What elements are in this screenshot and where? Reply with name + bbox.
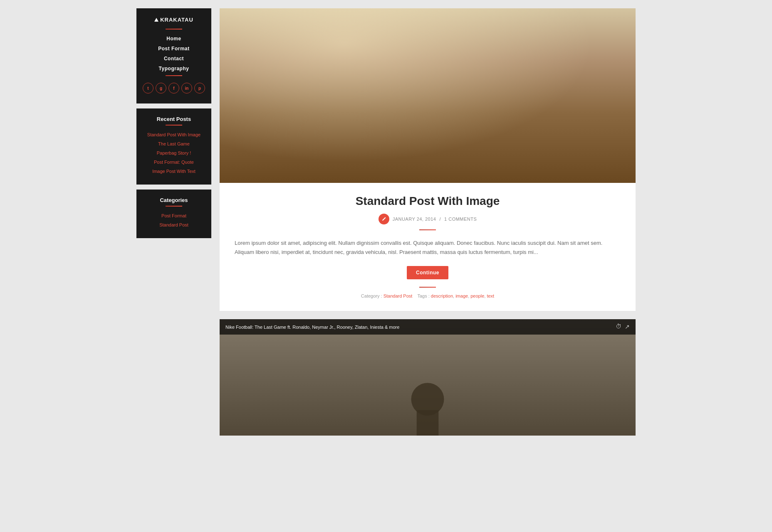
site-logo: KRAKATAU	[136, 17, 211, 23]
nav-menu: Home Post Format Contact Typography	[136, 34, 211, 72]
svg-rect-10	[329, 90, 334, 183]
nav-link-home[interactable]: Home	[166, 36, 181, 42]
svg-rect-0	[220, 8, 636, 183]
pencil-icon	[381, 217, 386, 222]
post-title-1: Standard Post With Image	[235, 195, 621, 208]
continue-button[interactable]: Continue	[407, 266, 448, 279]
category-link-2[interactable]: Standard Post	[159, 222, 188, 227]
nav-item-typography[interactable]: Typography	[136, 64, 211, 72]
video-embed[interactable]: Nike Football: The Last Game ft. Ronaldo…	[220, 319, 636, 436]
svg-line-25	[428, 112, 488, 134]
svg-rect-8	[263, 8, 275, 118]
recent-post-link-2[interactable]: The Last Game	[158, 141, 190, 146]
category-link-1[interactable]: Post Format	[161, 213, 186, 218]
list-item[interactable]: Post Format	[142, 212, 205, 219]
list-item[interactable]: The Last Game	[142, 140, 205, 147]
recent-post-link-1[interactable]: Standard Post With Image	[147, 132, 200, 137]
sidebar: KRAKATAU Home Post Format Contact Typogr…	[136, 8, 211, 238]
facebook-icon[interactable]: f	[168, 83, 179, 94]
recent-post-link-4[interactable]: Post Format: Quote	[154, 160, 194, 165]
post-separator: /	[439, 217, 441, 222]
svg-rect-13	[428, 106, 432, 183]
nav-item-contact[interactable]: Contact	[136, 54, 211, 62]
list-item[interactable]: Image Post With Text	[142, 167, 205, 175]
svg-rect-32	[220, 167, 636, 183]
logo-divider	[166, 29, 182, 30]
svg-rect-1	[220, 8, 636, 183]
twitter-icon[interactable]: t	[143, 83, 153, 94]
recent-post-link-3[interactable]: Paperbag Story !	[157, 150, 191, 155]
svg-line-30	[460, 96, 488, 112]
svg-rect-3	[411, 8, 455, 123]
svg-rect-12	[395, 101, 399, 183]
tag-link-image[interactable]: image	[455, 293, 468, 298]
post-image-svg	[220, 8, 636, 183]
svg-rect-5	[559, 14, 570, 30]
svg-line-19	[481, 116, 550, 183]
linkedin-icon[interactable]: in	[181, 83, 192, 94]
post-featured-image	[220, 8, 636, 183]
svg-line-27	[428, 112, 488, 161]
svg-rect-11	[362, 90, 366, 183]
svg-point-22	[423, 157, 432, 165]
nav-link-postformat[interactable]: Post Format	[158, 46, 190, 52]
tag-link-text[interactable]: text	[487, 293, 494, 298]
post-body-1: Standard Post With Image JANUARY 24, 201…	[220, 183, 636, 311]
recent-posts-widget: Recent Posts Standard Post With Image Th…	[136, 108, 211, 185]
categories-widget: Categories Post Format Standard Post	[136, 190, 211, 238]
recent-post-link-5[interactable]: Image Post With Text	[152, 169, 195, 174]
post-meta-1: JANUARY 24, 2014 / 1 COMMENTS	[235, 214, 621, 224]
svg-line-20	[481, 116, 550, 183]
nav-link-contact[interactable]: Contact	[164, 56, 184, 62]
tag-link-description[interactable]: description	[431, 293, 453, 298]
post-card-2: Nike Football: The Last Game ft. Ronaldo…	[220, 319, 636, 436]
svg-point-14	[332, 47, 337, 183]
svg-point-16	[511, 151, 520, 160]
list-item[interactable]: Standard Post	[142, 221, 205, 228]
social-icons: t g f in p	[136, 83, 211, 94]
page-wrapper: KRAKATAU Home Post Format Contact Typogr…	[136, 8, 636, 524]
svg-line-28	[482, 96, 488, 112]
bike-scene-image	[220, 8, 636, 183]
tags-label: Tags :	[417, 293, 429, 298]
nav-link-typography[interactable]: Typography	[159, 66, 189, 71]
post-top-divider	[419, 229, 436, 230]
tag-link-people[interactable]: people	[470, 293, 484, 298]
svg-point-38	[372, 174, 395, 183]
list-item[interactable]: Post Format: Quote	[142, 158, 205, 165]
list-item[interactable]: Standard Post With Image	[142, 131, 205, 138]
svg-point-15	[466, 106, 564, 183]
list-item[interactable]: Paperbag Story !	[142, 149, 205, 156]
sidebar-nav: KRAKATAU Home Post Format Contact Typogr…	[136, 8, 211, 103]
post-tags-1: Category : Standard Post Tags : descript…	[235, 293, 621, 298]
video-thumbnail-svg	[220, 319, 636, 436]
pinterest-icon[interactable]: p	[194, 83, 205, 94]
svg-point-33	[265, 176, 283, 183]
svg-rect-41	[417, 410, 439, 436]
video-bar: Nike Football: The Last Game ft. Ronaldo…	[220, 319, 636, 335]
nav-item-postformat[interactable]: Post Format	[136, 44, 211, 52]
svg-rect-2	[384, 14, 493, 123]
post-excerpt-1: Lorem ipsum dolor sit amet, adipiscing e…	[235, 239, 621, 257]
categories-list: Post Format Standard Post	[142, 212, 205, 228]
video-controls: ⏱ ↗	[616, 323, 630, 330]
post-footer-divider	[419, 287, 436, 288]
clock-icon[interactable]: ⏱	[616, 323, 621, 330]
svg-rect-9	[275, 25, 297, 30]
svg-point-35	[537, 171, 559, 183]
recent-posts-divider	[166, 125, 182, 126]
category-link[interactable]: Standard Post	[384, 293, 413, 298]
svg-rect-7	[592, 14, 603, 30]
svg-rect-4	[548, 8, 636, 139]
nav-item-home[interactable]: Home	[136, 34, 211, 42]
post-date: JANUARY 24, 2014	[393, 217, 436, 222]
recent-posts-list: Standard Post With Image The Last Game P…	[142, 131, 205, 175]
main-content: Standard Post With Image JANUARY 24, 201…	[220, 8, 636, 444]
post-comments: 1 COMMENTS	[444, 217, 477, 222]
share-icon[interactable]: ↗	[625, 323, 630, 330]
categories-divider	[166, 206, 182, 207]
google-icon[interactable]: g	[156, 83, 166, 94]
post-card-1: Standard Post With Image JANUARY 24, 201…	[220, 8, 636, 311]
svg-point-21	[389, 123, 466, 183]
nav-divider	[166, 75, 182, 76]
